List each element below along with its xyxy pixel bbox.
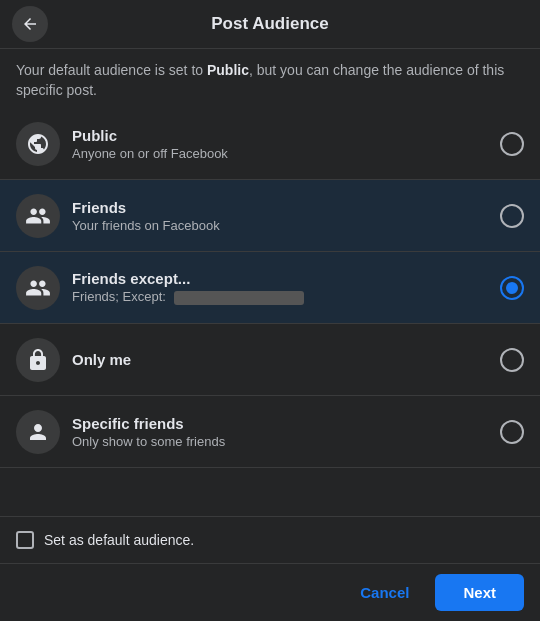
person-icon <box>16 410 60 454</box>
next-button[interactable]: Next <box>435 574 524 611</box>
default-audience-label: Set as default audience. <box>44 532 194 548</box>
option-only-me-text: Only me <box>72 351 492 368</box>
description-bold: Public <box>207 62 249 78</box>
option-friends-except-radio <box>500 276 524 300</box>
description-text: Your default audience is set to Public, … <box>0 49 540 108</box>
radio-inner-dot <box>506 282 518 294</box>
option-friends-except-label: Friends except... <box>72 270 492 287</box>
option-specific-friends-sublabel: Only show to some friends <box>72 434 492 449</box>
option-friends-except-sublabel: Friends; Except: <box>72 289 492 305</box>
description-before: Your default audience is set to <box>16 62 207 78</box>
option-friends-sublabel: Your friends on Facebook <box>72 218 492 233</box>
page-title: Post Audience <box>211 14 328 34</box>
friends-except-icon <box>16 266 60 310</box>
redacted-name <box>174 291 304 305</box>
lock-icon <box>16 338 60 382</box>
option-specific-friends[interactable]: Specific friends Only show to some frien… <box>0 396 540 468</box>
option-friends[interactable]: Friends Your friends on Facebook <box>0 180 540 252</box>
footer: Cancel Next <box>0 563 540 621</box>
friends-icon <box>16 194 60 238</box>
option-only-me[interactable]: Only me <box>0 324 540 396</box>
option-public-label: Public <box>72 127 492 144</box>
option-friends-radio <box>500 204 524 228</box>
option-public-text: Public Anyone on or off Facebook <box>72 127 492 161</box>
option-public-sublabel: Anyone on or off Facebook <box>72 146 492 161</box>
option-friends-except-text: Friends except... Friends; Except: <box>72 270 492 305</box>
option-specific-friends-text: Specific friends Only show to some frien… <box>72 415 492 449</box>
option-friends-text: Friends Your friends on Facebook <box>72 199 492 233</box>
option-only-me-label: Only me <box>72 351 492 368</box>
option-specific-friends-radio <box>500 420 524 444</box>
option-public[interactable]: Public Anyone on or off Facebook <box>0 108 540 180</box>
option-public-radio <box>500 132 524 156</box>
globe-icon <box>16 122 60 166</box>
option-specific-friends-label: Specific friends <box>72 415 492 432</box>
default-audience-row[interactable]: Set as default audience. <box>0 516 540 563</box>
option-friends-label: Friends <box>72 199 492 216</box>
header: Post Audience <box>0 0 540 49</box>
options-list: Public Anyone on or off Facebook Friends… <box>0 108 540 516</box>
default-audience-checkbox[interactable] <box>16 531 34 549</box>
cancel-button[interactable]: Cancel <box>344 576 425 609</box>
option-friends-except[interactable]: Friends except... Friends; Except: <box>0 252 540 324</box>
option-only-me-radio <box>500 348 524 372</box>
back-button[interactable] <box>12 6 48 42</box>
